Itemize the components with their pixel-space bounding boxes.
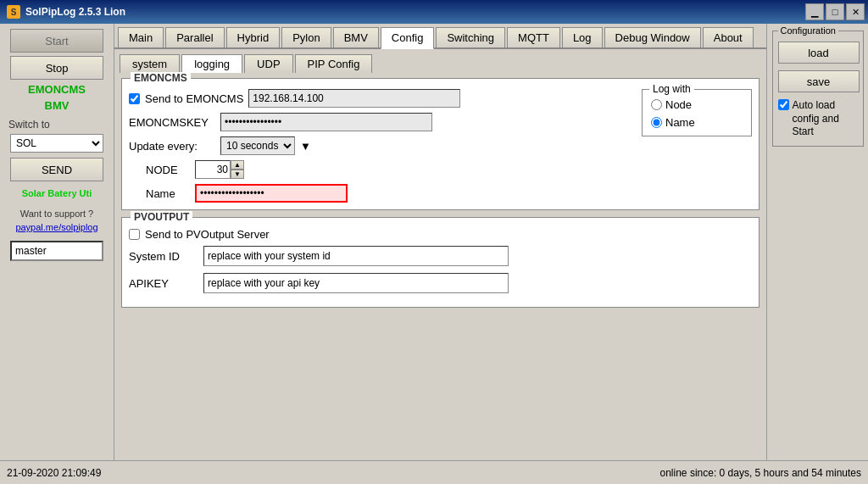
update-dropdown-icon: ▼ (300, 140, 311, 153)
emoncms-left: Send to EMONCMS EMONCMSKEY (129, 89, 632, 203)
logwith-group: Log with Node Name (642, 89, 752, 136)
send-emoncms-row: Send to EMONCMS (129, 89, 632, 108)
emoncms-key-input[interactable] (220, 113, 432, 131)
minimize-button[interactable]: ▁ (805, 3, 824, 20)
tab-about[interactable]: About (703, 27, 754, 47)
app-icon: S (7, 5, 20, 19)
statusbar-datetime: 21-09-2020 21:09:49 (7, 467, 101, 479)
pvoutput-group-title: PVOUTPUT (131, 211, 192, 223)
tab-main[interactable]: Main (118, 27, 164, 47)
panel-area: system logging UDP PIP Config EMONCMS (114, 49, 766, 460)
bmv-status: BMV (5, 99, 108, 112)
radio-node[interactable] (651, 99, 662, 110)
tab-pylon[interactable]: Pylon (281, 27, 331, 47)
support-label: Want to support ? (20, 209, 93, 219)
emoncms-right: Log with Node Name (642, 89, 752, 203)
tab-switching[interactable]: Switching (436, 27, 505, 47)
content-area: Main Parallel Hybrid Pylon BMV Config Sw… (114, 24, 766, 460)
auto-load-checkbox[interactable] (778, 99, 789, 110)
tab-bmv[interactable]: BMV (333, 27, 379, 47)
statusbar: 21-09-2020 21:09:49 online since: 0 days… (0, 460, 868, 484)
api-key-label: APIKEY (129, 277, 197, 290)
api-key-row: APIKEY (129, 273, 752, 293)
tab-parallel[interactable]: Parallel (165, 27, 224, 47)
subtab-pip-config[interactable]: PIP Config (295, 54, 373, 73)
tab-hybrid[interactable]: Hybrid (226, 27, 281, 47)
subtab-logging[interactable]: logging (181, 54, 242, 73)
send-pvoutput-row: Send to PVOutput Server (129, 228, 752, 241)
load-button[interactable]: load (778, 42, 860, 64)
start-button[interactable]: Start (10, 29, 103, 53)
send-pvoutput-label: Send to PVOutput Server (145, 228, 270, 241)
system-id-label: System ID (129, 250, 197, 263)
switch-to-row: SOL (10, 134, 103, 153)
tab-log[interactable]: Log (562, 27, 603, 47)
update-every-select[interactable]: 5 seconds 10 seconds 30 seconds 60 secon… (220, 136, 295, 155)
update-every-label: Update every: (129, 140, 214, 153)
switch-to-label: Switch to (8, 119, 50, 131)
update-every-row: Update every: 5 seconds 10 seconds 30 se… (129, 136, 632, 155)
emoncms-group-title: EMONCMS (131, 72, 191, 84)
radio-node-row: Node (651, 98, 743, 111)
top-tabs: Main Parallel Hybrid Pylon BMV Config Sw… (114, 24, 766, 49)
radio-name-label: Name (665, 116, 695, 129)
node-row: NODE ▲ ▼ (146, 160, 632, 179)
tab-mqtt[interactable]: MQTT (507, 27, 560, 47)
radio-name-row: Name (651, 116, 743, 129)
send-emoncms-label: Send to EMONCMS (145, 92, 243, 105)
pvoutput-group-content: Send to PVOutput Server System ID APIKEY (129, 228, 752, 293)
send-pvoutput-checkbox[interactable] (129, 229, 140, 240)
titlebar-left: S SolPipLog 2.5.3 Lion (7, 5, 125, 19)
system-id-input[interactable] (203, 246, 509, 266)
emoncms-status: EMONCMS (5, 83, 108, 96)
node-name-section: NODE ▲ ▼ (146, 160, 632, 203)
paypal-link[interactable]: paypal.me/solpiplog (15, 222, 97, 232)
radio-name[interactable] (651, 117, 662, 128)
branch-input[interactable] (10, 241, 103, 261)
system-id-row: System ID (129, 246, 752, 266)
config-group-title: Configuration (778, 25, 838, 36)
titlebar: S SolPipLog 2.5.3 Lion ▁ □ ✕ (0, 0, 868, 24)
emoncms-group-content: Send to EMONCMS EMONCMSKEY (129, 89, 752, 203)
send-button[interactable]: SEND (10, 158, 103, 181)
subtab-udp[interactable]: UDP (244, 54, 292, 73)
name-input[interactable] (195, 184, 348, 203)
app-title: SolPipLog 2.5.3 Lion (25, 6, 125, 18)
auto-load-label: Auto load config and Start (793, 99, 858, 139)
pvoutput-group: PVOUTPUT Send to PVOutput Server System … (121, 217, 760, 308)
node-spinner-buttons: ▲ ▼ (231, 160, 244, 179)
emoncms-main-layout: Send to EMONCMS EMONCMSKEY (129, 89, 752, 203)
emoncms-key-label: EMONCMSKEY (129, 116, 214, 129)
sidebar: Start Stop EMONCMS BMV Switch to SOL SEN… (0, 24, 114, 460)
maximize-button[interactable]: □ (826, 3, 844, 20)
tab-config[interactable]: Config (381, 27, 435, 49)
node-spinner: ▲ ▼ (195, 160, 244, 179)
send-emoncms-checkbox[interactable] (129, 93, 140, 104)
emoncms-group: EMONCMS Send to EMONCMS (121, 78, 760, 210)
name-row: Name (146, 184, 632, 203)
logging-panel: EMONCMS Send to EMONCMS (120, 76, 761, 316)
radio-node-label: Node (665, 98, 692, 111)
node-label: NODE (146, 164, 188, 176)
api-key-input[interactable] (203, 273, 509, 293)
statusbar-status: online since: 0 days, 5 hours and 54 min… (660, 467, 861, 479)
switch-to-select[interactable]: SOL (10, 134, 103, 153)
save-button[interactable]: save (778, 70, 860, 92)
node-up-button[interactable]: ▲ (231, 160, 244, 170)
emoncms-key-row: EMONCMSKEY (129, 113, 632, 131)
node-input[interactable] (195, 160, 231, 179)
titlebar-buttons: ▁ □ ✕ (805, 3, 865, 20)
node-down-button[interactable]: ▼ (231, 170, 244, 179)
sub-tabs: system logging UDP PIP Config (120, 54, 761, 73)
name-label: Name (146, 187, 188, 200)
right-panel: Configuration load save Auto load config… (766, 24, 868, 460)
stop-button[interactable]: Stop (10, 56, 103, 80)
app-name-label: Solar Batery Uti (22, 188, 92, 198)
emoncms-ip-input[interactable] (248, 89, 460, 108)
tab-debug[interactable]: Debug Window (604, 27, 701, 47)
subtab-system[interactable]: system (120, 54, 180, 73)
logwith-title: Log with (649, 83, 694, 95)
auto-load-row: Auto load config and Start (778, 99, 858, 139)
config-group: Configuration load save Auto load config… (772, 31, 864, 147)
close-button[interactable]: ✕ (846, 3, 865, 20)
